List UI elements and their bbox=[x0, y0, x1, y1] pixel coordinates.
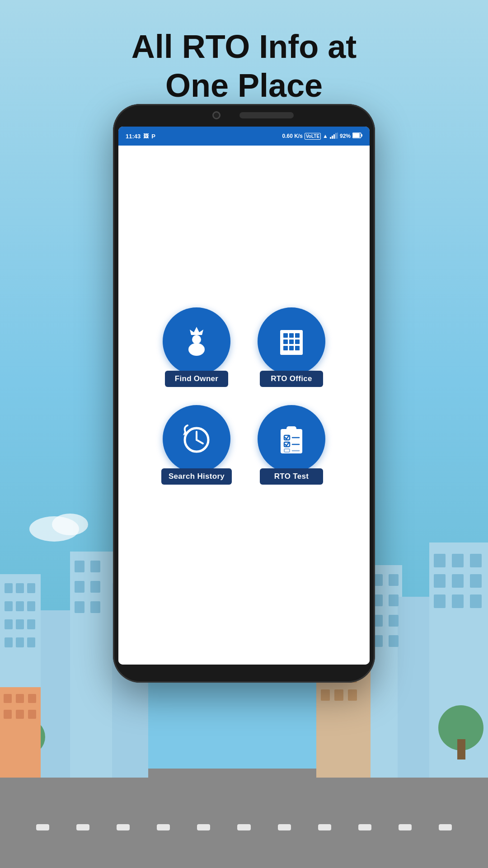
svg-rect-85 bbox=[289, 340, 294, 344]
road-dash bbox=[318, 824, 331, 830]
phone-screen: 11:43 🖼 P 0.60 K/s VoLTE ▲ 92% bbox=[118, 127, 370, 665]
svg-point-53 bbox=[438, 705, 483, 750]
svg-rect-63 bbox=[4, 694, 12, 703]
road-dash bbox=[358, 824, 371, 830]
status-left: 11:43 🖼 P bbox=[126, 133, 155, 140]
svg-rect-60 bbox=[334, 689, 343, 701]
svg-rect-13 bbox=[5, 637, 13, 647]
phone-camera bbox=[212, 111, 221, 119]
svg-rect-36 bbox=[389, 635, 399, 647]
owner-icon bbox=[178, 323, 215, 359]
find-owner-label: Find Owner bbox=[165, 371, 228, 387]
signal-icon bbox=[330, 132, 338, 140]
battery-percent: 92% bbox=[340, 133, 351, 139]
road-dash bbox=[36, 824, 49, 830]
svg-rect-64 bbox=[16, 694, 24, 703]
rto-test-item[interactable]: RTO Test bbox=[251, 405, 332, 485]
svg-rect-15 bbox=[27, 637, 35, 647]
find-owner-item[interactable]: Find Owner bbox=[156, 307, 237, 387]
svg-rect-88 bbox=[289, 346, 294, 350]
network-speed: 0.60 K/s bbox=[282, 133, 303, 139]
search-history-item[interactable]: Search History bbox=[156, 405, 237, 485]
svg-rect-95 bbox=[287, 427, 296, 432]
test-icon bbox=[273, 421, 310, 457]
svg-point-78 bbox=[192, 335, 201, 344]
app-content: Find Owner bbox=[118, 146, 370, 665]
svg-rect-54 bbox=[457, 739, 465, 760]
svg-marker-77 bbox=[190, 327, 203, 335]
rto-office-item[interactable]: RTO Office bbox=[251, 307, 332, 387]
road-dash bbox=[399, 824, 412, 830]
road-dash bbox=[439, 824, 452, 830]
svg-rect-71 bbox=[333, 134, 335, 139]
svg-rect-66 bbox=[4, 710, 12, 719]
status-bar: 11:43 🖼 P 0.60 K/s VoLTE ▲ 92% bbox=[118, 127, 370, 146]
rto-test-label: RTO Test bbox=[260, 468, 323, 485]
status-right: 0.60 K/s VoLTE ▲ 92% bbox=[282, 132, 362, 140]
svg-rect-87 bbox=[283, 346, 288, 350]
road-dash bbox=[278, 824, 291, 830]
svg-rect-52 bbox=[23, 744, 31, 762]
svg-rect-86 bbox=[295, 340, 300, 344]
svg-point-79 bbox=[188, 343, 205, 356]
road-dash bbox=[197, 824, 210, 830]
menu-grid: Find Owner bbox=[156, 307, 332, 485]
status-parking-icon: P bbox=[151, 133, 155, 140]
svg-rect-67 bbox=[16, 710, 24, 719]
svg-rect-83 bbox=[295, 333, 300, 338]
svg-rect-70 bbox=[332, 136, 333, 139]
svg-rect-65 bbox=[28, 694, 36, 703]
road-dash bbox=[237, 824, 250, 830]
search-history-icon-circle bbox=[163, 405, 230, 473]
svg-rect-59 bbox=[321, 689, 330, 701]
svg-line-92 bbox=[197, 440, 203, 443]
search-history-label: Search History bbox=[161, 468, 232, 485]
svg-rect-84 bbox=[283, 340, 288, 344]
road-dash bbox=[117, 824, 130, 830]
svg-rect-14 bbox=[16, 637, 24, 647]
headline: All RTO Info at One Place bbox=[0, 27, 488, 105]
road-markings bbox=[0, 823, 488, 832]
phone-frame: 11:43 🖼 P 0.60 K/s VoLTE ▲ 92% bbox=[113, 104, 375, 683]
svg-rect-69 bbox=[330, 137, 331, 139]
battery-icon bbox=[352, 132, 362, 140]
svg-rect-76 bbox=[361, 134, 362, 137]
wifi-icon: ▲ bbox=[323, 133, 328, 139]
headline-line1: All RTO Info at bbox=[131, 28, 357, 65]
svg-rect-75 bbox=[353, 133, 360, 137]
svg-rect-72 bbox=[335, 133, 337, 139]
svg-rect-89 bbox=[295, 346, 300, 350]
find-owner-icon-circle bbox=[163, 307, 230, 375]
status-photo-icon: 🖼 bbox=[143, 133, 149, 139]
phone-speaker bbox=[239, 112, 294, 118]
road-dash bbox=[76, 824, 89, 830]
road-background bbox=[0, 769, 488, 868]
status-time: 11:43 bbox=[126, 133, 141, 140]
svg-rect-68 bbox=[28, 710, 36, 719]
svg-rect-61 bbox=[348, 689, 357, 701]
rto-office-icon-circle bbox=[258, 307, 325, 375]
network-type-icon: VoLTE bbox=[305, 133, 321, 140]
svg-rect-73 bbox=[337, 132, 338, 139]
history-icon bbox=[178, 421, 215, 457]
rto-office-label: RTO Office bbox=[260, 371, 323, 387]
building-icon bbox=[273, 323, 310, 359]
rto-test-icon-circle bbox=[258, 405, 325, 473]
svg-rect-1 bbox=[41, 610, 72, 778]
svg-point-51 bbox=[9, 719, 45, 755]
svg-rect-62 bbox=[0, 687, 41, 778]
headline-line2: One Place bbox=[165, 67, 323, 104]
svg-rect-82 bbox=[289, 333, 294, 338]
svg-rect-81 bbox=[283, 333, 288, 338]
road-dash bbox=[157, 824, 170, 830]
